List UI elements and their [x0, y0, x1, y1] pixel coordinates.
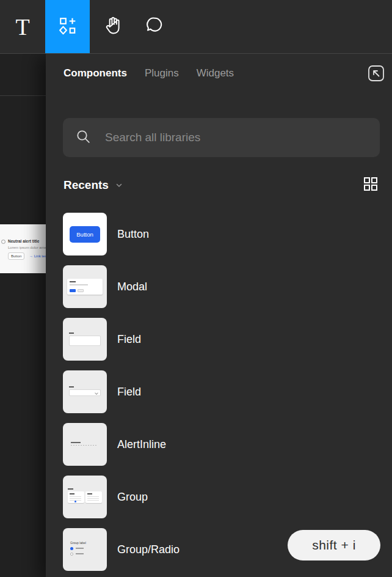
comment-tool-button[interactable]: [136, 0, 173, 53]
toolbar: T: [0, 0, 392, 54]
info-icon: [1, 240, 5, 244]
canvas-frame-edge: [0, 95, 46, 96]
component-thumbnail: [63, 265, 107, 308]
component-label: Group/Radio: [117, 543, 180, 556]
component-label: Field: [117, 386, 141, 399]
mini-select: [69, 389, 101, 396]
mini-modal: [67, 279, 103, 295]
popout-icon: [366, 64, 386, 86]
component-thumbnail: [63, 370, 107, 413]
components-tool-button[interactable]: [45, 0, 90, 53]
component-thumbnail: Button: [63, 213, 107, 255]
popout-button[interactable]: [366, 65, 386, 84]
component-label: Field: [117, 333, 141, 346]
recents-header: Recents: [64, 176, 379, 194]
panel-tabs: Components Plugins Widgets: [64, 67, 234, 79]
component-list-item[interactable]: Modal: [63, 260, 392, 313]
text-tool-button[interactable]: T: [0, 0, 45, 53]
tab-components[interactable]: Components: [64, 67, 127, 79]
component-list-item[interactable]: Field: [63, 366, 392, 418]
component-list-item[interactable]: Group: [63, 471, 392, 523]
component-label: AlertInline: [117, 438, 166, 451]
canvas-alert-card: Neutral alert title Lorem ipsum dolor am…: [0, 224, 46, 273]
mini-group-radio: Group label: [63, 528, 107, 571]
components-panel: Components Plugins Widgets Recents: [46, 54, 392, 577]
alert-link-label: Link text: [34, 254, 46, 258]
tab-plugins[interactable]: Plugins: [145, 67, 179, 79]
alert-body: Lorem ipsum dolor amet conse: [8, 246, 46, 249]
hand-tool-button[interactable]: [90, 0, 136, 53]
component-label: Group: [117, 491, 148, 504]
comment-icon: [145, 16, 164, 38]
search-box: [63, 118, 380, 157]
component-label: Modal: [117, 281, 147, 293]
components-icon: [59, 17, 77, 37]
arrow-icon: →: [29, 254, 33, 258]
alert-title: Neutral alert title: [8, 239, 39, 243]
tab-widgets[interactable]: Widgets: [197, 67, 234, 79]
component-thumbnail: [63, 423, 107, 466]
chevron-down-icon[interactable]: [115, 181, 123, 189]
grid-view-button[interactable]: [363, 177, 379, 194]
mini-group-label: Group label: [70, 541, 86, 545]
component-list: Button Button Modal Field Field AlertInl…: [63, 208, 392, 576]
hand-icon: [103, 16, 123, 38]
grid-icon: [363, 177, 379, 194]
alert-button: Button: [8, 252, 24, 260]
search-icon: [75, 128, 105, 147]
component-list-item[interactable]: AlertInline: [63, 418, 392, 471]
component-list-item[interactable]: Button Button: [63, 208, 392, 260]
mini-button: Button: [70, 226, 100, 243]
alert-link: → Link text: [29, 254, 46, 258]
mini-group: [63, 476, 107, 518]
text-tool-icon: T: [15, 15, 29, 39]
component-thumbnail: Group label: [63, 528, 107, 571]
recents-title: Recents: [64, 178, 109, 192]
mini-button-label: Button: [76, 231, 93, 238]
component-thumbnail: [63, 476, 107, 518]
shortcut-badge: shift + i: [288, 530, 380, 560]
component-label: Button: [117, 228, 149, 241]
figma-app: Neutral alert title Lorem ipsum dolor am…: [0, 0, 392, 577]
canvas-area[interactable]: Neutral alert title Lorem ipsum dolor am…: [0, 54, 46, 577]
mini-alert: [63, 423, 107, 466]
mini-input: [69, 336, 101, 346]
component-thumbnail: [63, 318, 107, 361]
search-input[interactable]: [105, 131, 368, 144]
component-list-item[interactable]: Field: [63, 313, 392, 366]
